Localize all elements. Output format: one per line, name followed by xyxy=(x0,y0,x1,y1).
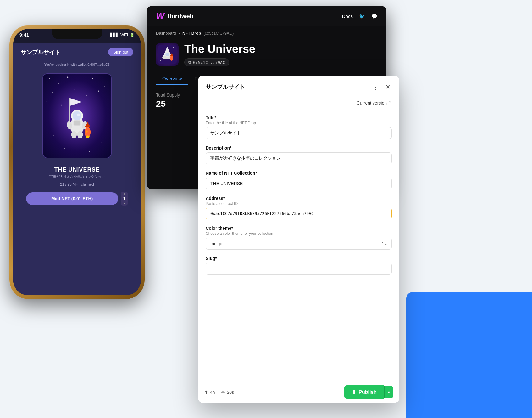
title-label: Title* xyxy=(206,115,392,120)
color-theme-select-wrapper: Indigo Blue Purple Red Green ⌃⌄ xyxy=(206,238,392,250)
publish-row: ⬆ Publish ▾ xyxy=(344,385,393,399)
color-theme-select[interactable]: Indigo Blue Purple Red Green xyxy=(206,238,392,250)
modal-header-right: ⋮ ✕ xyxy=(371,82,392,92)
phone-qty-controls[interactable]: + 1 - xyxy=(121,192,128,206)
svg-point-14 xyxy=(53,135,54,136)
project-avatar-image xyxy=(158,45,177,64)
svg-point-0 xyxy=(49,78,50,79)
svg-point-8 xyxy=(74,89,74,90)
footer-time2-value: 20s xyxy=(227,390,234,395)
publish-chevron-icon: ▾ xyxy=(388,390,390,395)
project-address-badge[interactable]: ⧉ 0x5c1C...79AC xyxy=(184,58,229,66)
twitter-icon[interactable]: 🐦 xyxy=(359,14,365,19)
docs-link[interactable]: Docs xyxy=(342,14,353,19)
logo-w-mark: W xyxy=(156,11,164,21)
svg-point-2 xyxy=(67,76,69,78)
svg-point-5 xyxy=(104,86,105,87)
phone-nft-claimed: 21 / 25 NFT claimed xyxy=(60,182,94,187)
svg-point-23 xyxy=(77,114,80,116)
svg-point-38 xyxy=(170,56,173,61)
version-label: Current version xyxy=(357,100,387,105)
svg-point-31 xyxy=(86,135,90,138)
project-address-text: 0x5c1C...79AC xyxy=(193,60,225,65)
dashboard-topbar: W thirdweb Docs 🐦 💬 xyxy=(147,6,386,26)
phone-mockup: 9:41 ▋▋▋ WiFi 🔋 サンプルサイト Sign out You're … xyxy=(9,25,151,308)
status-time: 9:41 xyxy=(19,31,29,37)
title-hint: Enter the title of the NFT Drop xyxy=(206,121,392,125)
breadcrumb-nft-drop[interactable]: NFT Drop xyxy=(182,31,201,36)
modal-version-button[interactable]: Current version ⌃ xyxy=(357,100,392,105)
project-title: The Universe xyxy=(184,42,255,56)
publish-dropdown-button[interactable]: ▾ xyxy=(384,386,393,398)
tab-overview[interactable]: Overview xyxy=(156,73,188,85)
publish-button[interactable]: ⬆ Publish xyxy=(344,385,384,399)
form-group-slug: Slug* xyxy=(206,256,392,275)
address-hint: Paste a contract ID xyxy=(206,201,392,206)
project-avatar xyxy=(156,43,179,66)
svg-point-15 xyxy=(102,142,102,142)
address-label: Address* xyxy=(206,196,392,201)
modal-dots-button[interactable]: ⋮ xyxy=(371,82,380,92)
description-label: Description* xyxy=(206,145,392,150)
phone-header: サンプルサイト Sign out xyxy=(13,43,141,61)
total-supply-value: 25 xyxy=(156,99,180,109)
phone-nft-card xyxy=(42,73,112,158)
modal-footer: ⬆ 4h ✏ 20s ⬆ Publish ▾ xyxy=(198,381,399,403)
svg-marker-19 xyxy=(70,98,82,106)
phone-nft-name: THE UNIVERSE xyxy=(54,167,100,173)
svg-point-10 xyxy=(46,102,47,102)
version-chevron-icon: ⌃ xyxy=(388,100,392,105)
discord-icon[interactable]: 💬 xyxy=(371,14,377,19)
address-input[interactable] xyxy=(206,208,392,219)
modal-body: Title* Enter the title of the NFT Drop D… xyxy=(198,109,399,386)
svg-point-17 xyxy=(89,151,90,152)
astronaut-illustration xyxy=(55,91,99,141)
svg-rect-18 xyxy=(69,98,70,123)
phone-inner: 9:41 ▋▋▋ WiFi 🔋 サンプルサイト Sign out You're … xyxy=(13,29,141,295)
phone-content: サンプルサイト Sign out You're logging in with … xyxy=(13,43,141,295)
qty-decrement-button[interactable]: - xyxy=(124,202,125,205)
svg-point-41 xyxy=(173,47,174,48)
svg-point-22 xyxy=(73,111,82,121)
form-group-address: Address* Paste a contract ID xyxy=(206,196,392,219)
title-input[interactable] xyxy=(206,127,392,139)
qty-value: 1 xyxy=(123,195,126,202)
phone-wallet-text: You're logging in with wallet 0x867...c6… xyxy=(13,61,141,70)
phone-nft-desc: 宇宙が大好きな少年のコレクション xyxy=(49,174,105,179)
footer-time1-value: 4h xyxy=(210,390,215,395)
svg-point-4 xyxy=(92,78,93,79)
slug-label: Slug* xyxy=(206,256,392,261)
thirdweb-logo: W thirdweb xyxy=(156,11,194,21)
phone-signout-button[interactable]: Sign out xyxy=(108,48,133,56)
svg-point-37 xyxy=(165,53,169,56)
phone-frame: 9:41 ▋▋▋ WiFi 🔋 サンプルサイト Sign out You're … xyxy=(9,25,145,299)
slug-input[interactable] xyxy=(206,263,392,275)
footer-stat-time2: ✏ 20s xyxy=(221,390,234,395)
footer-stats: ⬆ 4h ✏ 20s xyxy=(204,390,234,395)
battery-icon: 🔋 xyxy=(130,33,135,37)
edit-icon: ✏ xyxy=(221,390,225,395)
phone-nft-card-image xyxy=(43,74,111,158)
logo-text: thirdweb xyxy=(167,13,193,20)
svg-point-27 xyxy=(77,131,83,138)
breadcrumb-dashboard[interactable]: Dashboard xyxy=(156,31,176,36)
phone-site-title: サンプルサイト xyxy=(21,48,60,56)
total-supply-stat: Total Supply 25 xyxy=(156,93,180,109)
status-icons: ▋▋▋ WiFi 🔋 xyxy=(110,31,135,37)
phone-status-bar: 9:41 ▋▋▋ WiFi 🔋 xyxy=(13,29,141,43)
qty-increment-button[interactable]: + xyxy=(124,192,125,195)
color-theme-label: Color theme* xyxy=(206,226,392,231)
form-group-title: Title* Enter the title of the NFT Drop xyxy=(206,115,392,139)
description-input[interactable] xyxy=(206,152,392,164)
dashboard-project-header: The Universe ⧉ 0x5c1C...79AC xyxy=(147,40,386,73)
form-group-description: Description* xyxy=(206,145,392,164)
svg-point-40 xyxy=(161,48,161,49)
nft-collection-input[interactable] xyxy=(206,178,392,189)
svg-point-26 xyxy=(71,131,77,138)
modal-close-button[interactable]: ✕ xyxy=(384,82,392,92)
publish-label: Publish xyxy=(358,389,377,395)
color-theme-hint: Choose a color theme for your collection xyxy=(206,231,392,236)
nft-collection-label: Name of NFT Collection* xyxy=(206,171,392,176)
phone-mint-row: Mint NFT (0.01 ETH) + 1 - xyxy=(26,192,128,206)
phone-mint-button[interactable]: Mint NFT (0.01 ETH) xyxy=(26,192,118,205)
